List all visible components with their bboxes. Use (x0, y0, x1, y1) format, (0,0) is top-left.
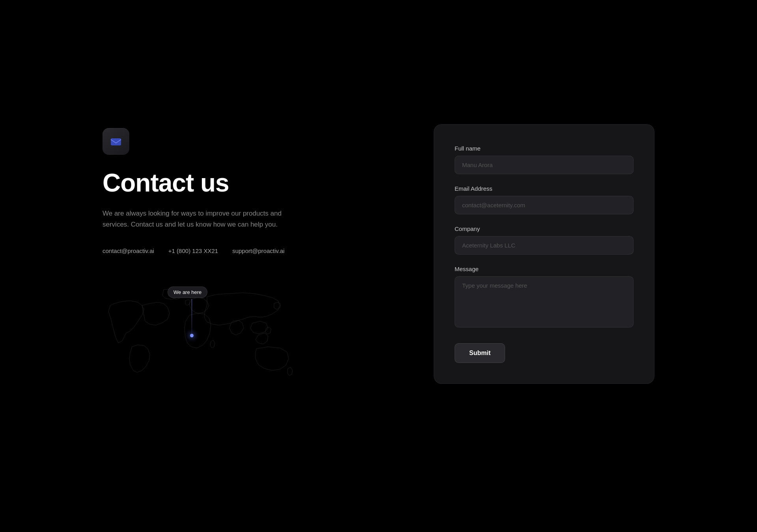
company-label: Company (455, 225, 634, 232)
page-title: Contact us (103, 169, 402, 197)
pin-line (192, 299, 192, 335)
contact-support[interactable]: support@proactiv.ai (232, 247, 285, 254)
company-input[interactable] (455, 236, 634, 255)
form-group-fullname: Full name (455, 145, 634, 174)
contact-links: contact@proactiv.ai +1 (800) 123 XX21 su… (103, 247, 402, 254)
page-description: We are always looking for ways to improv… (103, 208, 308, 230)
svg-rect-1 (111, 138, 121, 145)
form-group-message: Message (455, 266, 634, 329)
we-are-here-label: We are here (168, 286, 207, 298)
form-group-company: Company (455, 225, 634, 255)
email-label: Email Address (455, 185, 634, 192)
message-textarea[interactable] (455, 276, 634, 327)
page-wrapper: Contact us We are always looking for way… (0, 0, 757, 532)
full-name-label: Full name (455, 145, 634, 152)
world-map (103, 282, 308, 408)
contact-email[interactable]: contact@proactiv.ai (103, 247, 154, 254)
mail-icon-wrapper (103, 128, 129, 155)
full-name-input[interactable] (455, 156, 634, 174)
contact-phone[interactable]: +1 (800) 123 XX21 (168, 247, 218, 254)
message-label: Message (455, 266, 634, 272)
left-panel: Contact us We are always looking for way… (103, 124, 402, 407)
main-container: Contact us We are always looking for way… (103, 124, 654, 407)
form-card: Full name Email Address Company Message … (434, 124, 654, 384)
mail-icon (109, 135, 123, 148)
submit-button[interactable]: Submit (455, 343, 505, 363)
email-input[interactable] (455, 196, 634, 214)
pin-dot (190, 334, 194, 337)
map-area: We are here (103, 282, 308, 408)
form-group-email: Email Address (455, 185, 634, 214)
